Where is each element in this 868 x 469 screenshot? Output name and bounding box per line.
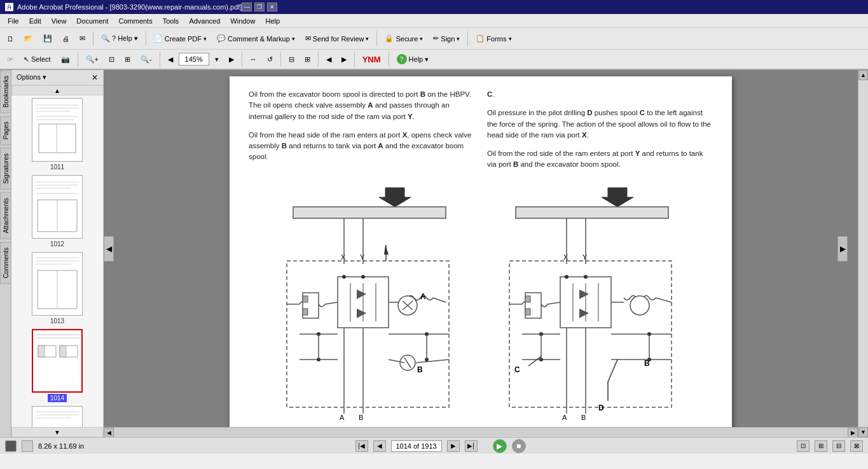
sign-button[interactable]: ✏ Sign bbox=[429, 30, 464, 48]
svg-point-67 bbox=[361, 275, 365, 279]
open-icon: 📂 bbox=[24, 34, 33, 43]
comment-icon: 💬 bbox=[217, 34, 226, 43]
save-button[interactable]: 💾 bbox=[39, 30, 57, 48]
menu-file[interactable]: File bbox=[3, 16, 24, 26]
menu-document[interactable]: Document bbox=[71, 16, 113, 26]
continuous-button[interactable]: ⊞ bbox=[815, 440, 827, 452]
menu-comments[interactable]: Comments bbox=[114, 16, 158, 26]
new-icon: 🗋 bbox=[7, 35, 14, 43]
svg-text:A: A bbox=[340, 414, 345, 421]
page-layout-button[interactable]: ⊟ bbox=[284, 50, 299, 68]
bottom-scrollbar[interactable]: ◀ ▶ bbox=[104, 427, 858, 437]
restore-button[interactable]: ❐ bbox=[254, 3, 265, 11]
facing-button[interactable]: ⊟ bbox=[832, 440, 845, 452]
doc-scroll-right[interactable]: ▶ bbox=[837, 236, 848, 262]
thumbnail-1012[interactable]: 1012 bbox=[14, 175, 100, 248]
close-button[interactable]: ✕ bbox=[267, 3, 277, 11]
next-icon: ▶ bbox=[229, 55, 234, 64]
zoom-input[interactable] bbox=[179, 53, 209, 66]
scroll-down-arrow[interactable]: ▼ bbox=[858, 427, 868, 437]
menu-view[interactable]: View bbox=[46, 16, 72, 26]
create-pdf-button[interactable]: 📄 Create PDF bbox=[149, 30, 211, 48]
cursor-icon: ↖ bbox=[24, 55, 29, 64]
next-page-button[interactable]: ▶ bbox=[447, 440, 460, 452]
fit-page-button[interactable]: ⊡ bbox=[104, 50, 119, 68]
secure-button[interactable]: 🔒 Secure bbox=[380, 30, 427, 48]
side-tab-panel: Bookmarks Pages Signatures Attachments C… bbox=[0, 70, 11, 437]
comment-markup-button[interactable]: 💬 Comment & Markup bbox=[212, 30, 300, 48]
left-diagram-svg: X Y bbox=[268, 185, 471, 426]
nav-right-button[interactable]: ▶ bbox=[337, 50, 351, 68]
continuous-facing-button[interactable]: ⊠ bbox=[850, 440, 863, 452]
menu-window[interactable]: Window bbox=[225, 16, 260, 26]
play-button[interactable]: ▶ bbox=[493, 439, 507, 453]
page-dimensions: 8.26 x 11.69 in bbox=[38, 442, 84, 450]
prev-zoom-button[interactable]: ◀ bbox=[163, 50, 177, 68]
doc-scroll-left[interactable]: ◀ bbox=[104, 236, 114, 262]
stop-button[interactable]: ■ bbox=[512, 439, 526, 453]
signatures-tab[interactable]: Signatures bbox=[0, 148, 11, 190]
thumb-scroll-down[interactable]: ▼ bbox=[11, 427, 103, 437]
menu-advanced[interactable]: Advanced bbox=[184, 16, 225, 26]
document-scroll[interactable]: ◀ Oil from the excavator boom spool is d… bbox=[104, 70, 858, 427]
options-button[interactable]: Options ▾ bbox=[17, 73, 46, 81]
nav-left-button[interactable]: ◀ bbox=[322, 50, 336, 68]
pages-tab[interactable]: Pages bbox=[0, 116, 11, 145]
two-page-button[interactable]: ⊞ bbox=[300, 50, 315, 68]
thumbnail-1014[interactable]: 1014 bbox=[14, 329, 100, 402]
single-page-button[interactable]: ⊡ bbox=[797, 440, 809, 452]
svg-text:Y: Y bbox=[360, 253, 365, 261]
page-number-input[interactable] bbox=[391, 440, 442, 452]
menu-tools[interactable]: Tools bbox=[158, 16, 184, 26]
new-button[interactable]: 🗋 bbox=[3, 30, 18, 48]
first-page-button[interactable]: |◀ bbox=[355, 440, 368, 452]
rotate-button[interactable]: ↺ bbox=[263, 50, 277, 68]
hscroll-left[interactable]: ◀ bbox=[104, 428, 114, 438]
send-review-button[interactable]: ✉ Send for Review bbox=[301, 30, 374, 48]
fit-width-button[interactable]: ↔ bbox=[245, 50, 261, 68]
sep-t2-4 bbox=[280, 52, 281, 67]
thumbnail-1015[interactable]: 1015 bbox=[14, 406, 100, 427]
minimize-button[interactable]: — bbox=[242, 3, 252, 11]
hand-tool-button[interactable]: ☞ bbox=[3, 50, 18, 68]
zoom-in-button[interactable]: 🔍+ bbox=[81, 50, 103, 68]
right-scrollbar[interactable]: ▲ ▼ bbox=[858, 70, 868, 437]
scroll-up-arrow[interactable]: ▲ bbox=[858, 70, 868, 80]
menu-edit[interactable]: Edit bbox=[24, 16, 46, 26]
print-button[interactable]: 🖨 bbox=[58, 30, 74, 48]
attachments-tab[interactable]: Attachments bbox=[0, 192, 11, 239]
forms-button[interactable]: 📋 Forms bbox=[471, 30, 516, 48]
comments-tab[interactable]: Comments bbox=[0, 242, 11, 284]
toolbar1: 🗋 📂 💾 🖨 ✉ 🔍 ? Help ▾ 📄 Create PDF 💬 Comm… bbox=[0, 28, 868, 50]
select-tool-button[interactable]: ↖ Select bbox=[19, 50, 55, 68]
thumbnail-1013[interactable]: 1013 bbox=[14, 252, 100, 325]
svg-rect-27 bbox=[60, 346, 66, 357]
thumb-scroll-up[interactable]: ▲ bbox=[11, 85, 103, 95]
scroll-track[interactable] bbox=[858, 80, 868, 427]
bookmarks-tab[interactable]: Bookmarks bbox=[0, 70, 11, 113]
snapshot-button[interactable]: 📷 bbox=[57, 50, 74, 68]
email-button[interactable]: ✉ bbox=[75, 30, 90, 48]
pdf-icon: 📄 bbox=[154, 34, 163, 43]
ynm-button[interactable]: YNM bbox=[358, 50, 385, 68]
help-button[interactable]: ? Help ▾ bbox=[392, 50, 434, 68]
svg-line-48 bbox=[433, 298, 446, 302]
hscroll-right[interactable]: ▶ bbox=[848, 428, 858, 438]
thumbnail-1011[interactable]: 1011 bbox=[14, 98, 100, 171]
search-button[interactable]: 🔍 ? Help ▾ bbox=[97, 30, 142, 48]
main-layout: Bookmarks Pages Signatures Attachments C… bbox=[0, 70, 868, 437]
left-column: Oil from the excavator boom spool is dir… bbox=[249, 89, 474, 178]
panel-close-button[interactable]: ✕ bbox=[92, 73, 98, 82]
actual-size-button[interactable]: ⊞ bbox=[120, 50, 135, 68]
sep-t2-3 bbox=[242, 52, 242, 67]
hand-icon: ☞ bbox=[7, 55, 13, 64]
thumb-image-1013 bbox=[32, 252, 83, 316]
svg-line-54 bbox=[325, 302, 338, 304]
last-page-button[interactable]: ▶| bbox=[465, 440, 478, 452]
menu-help[interactable]: Help bbox=[260, 16, 285, 26]
prev-page-button[interactable]: ◀ bbox=[373, 440, 386, 452]
next-zoom-button[interactable]: ▶ bbox=[224, 50, 238, 68]
open-button[interactable]: 📂 bbox=[20, 30, 38, 48]
zoom-out-button[interactable]: 🔍- bbox=[136, 50, 156, 68]
zoom-dropdown-button[interactable]: ▾ bbox=[210, 50, 223, 68]
